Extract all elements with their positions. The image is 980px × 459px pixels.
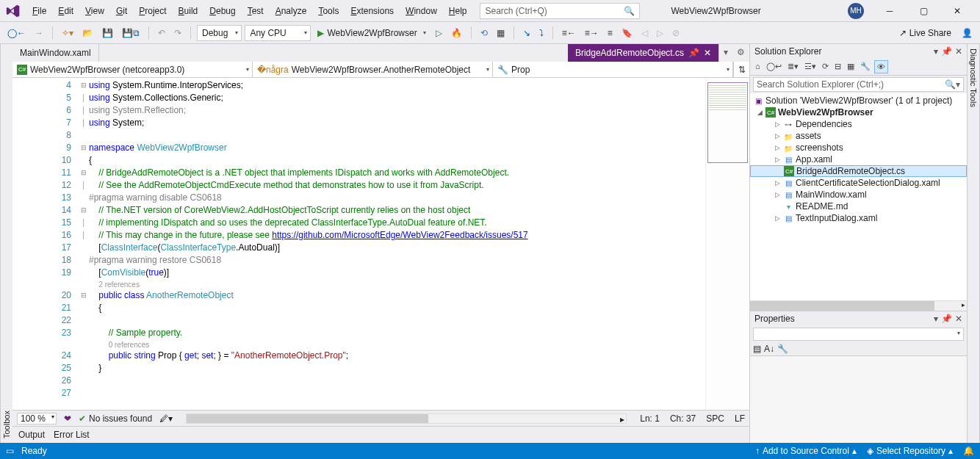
panel-close-icon[interactable]: ✕ [955, 46, 962, 57]
minimize-button[interactable]: ─ [873, 1, 907, 21]
tree-item[interactable]: ▷▤App.xaml [750, 153, 967, 165]
home-button[interactable]: ⌂ [753, 60, 763, 73]
menu-extensions[interactable]: Extensions [345, 3, 400, 19]
step-into-button[interactable]: ↘ [520, 26, 533, 40]
switch-views-button[interactable]: ≣▾ [785, 60, 801, 73]
alphabetical-button[interactable]: A↓ [764, 344, 774, 354]
show-all-button[interactable]: ▦ [845, 60, 857, 73]
nav-member-combo[interactable]: 🔧Prop [493, 62, 733, 77]
properties-grid[interactable] [750, 356, 967, 443]
source-control-button[interactable]: ↑ Add to Source Control ▴ [755, 446, 857, 456]
clear-bookmarks-button[interactable]: ⊘ [669, 26, 682, 40]
panel-close-icon[interactable]: ✕ [955, 314, 962, 324]
tree-item[interactable]: ▷▤ClientCertificateSelectionDialog.xaml [750, 177, 967, 189]
doc-tab-bridge[interactable]: BridgeAddRemoteObject.cs 📌 ✕ [568, 44, 719, 62]
new-item-button[interactable]: ✧▾ [59, 26, 76, 40]
code-editor[interactable]: 4567891011121314151617181920212223242526… [12, 78, 749, 410]
expand-icon[interactable]: ▷ [774, 156, 781, 163]
panel-pin-icon[interactable]: 📌 [941, 314, 952, 324]
expand-icon[interactable]: ◢ [756, 109, 763, 116]
toolbox-tab[interactable]: Toolbox [0, 44, 12, 443]
panel-pin-icon[interactable]: 📌 [941, 46, 952, 57]
start-nodbg-button[interactable]: ▷ [433, 26, 445, 40]
tree-item[interactable]: C#BridgeAddRemoteObject.cs [750, 165, 967, 177]
outdent-button[interactable]: ≡← [559, 26, 579, 40]
health-icon[interactable]: ❤ [64, 413, 71, 424]
output-tab[interactable]: Output [18, 430, 45, 440]
menu-build[interactable]: Build [173, 3, 204, 19]
expand-icon[interactable]: ▷ [774, 191, 781, 198]
split-editor-button[interactable]: ⇅ [733, 62, 749, 77]
tree-item[interactable]: ▾README.md [750, 200, 967, 212]
window-icon[interactable]: ▭ [6, 446, 14, 456]
pending-changes-filter[interactable]: ☲▾ [802, 60, 818, 73]
menu-tools[interactable]: Tools [312, 3, 345, 19]
editor-hscroll[interactable]: ◂▸ [186, 413, 627, 424]
solution-explorer-search[interactable]: Search Solution Explorer (Ctrl+;) 🔍▾ [753, 77, 964, 92]
prev-bookmark-button[interactable]: ◁ [638, 26, 651, 40]
zoom-combo[interactable]: 100 % [17, 413, 57, 424]
properties-object-combo[interactable] [753, 328, 964, 341]
platform-combo[interactable]: Any CPU [245, 25, 311, 41]
error-list-tab[interactable]: Error List [54, 430, 90, 440]
menu-edit[interactable]: Edit [52, 3, 79, 19]
expand-icon[interactable]: ▷ [774, 120, 781, 128]
browser-link-button[interactable]: ⟲ [478, 26, 491, 40]
expand-icon[interactable]: ▷ [774, 179, 781, 187]
tree-item[interactable]: ▷⊶Dependencies [750, 118, 967, 130]
tree-item[interactable]: ▷📁assets [750, 130, 967, 142]
undo-button[interactable]: ↶ [155, 26, 168, 40]
nav-project-combo[interactable]: C#WebView2WpfBrowser (netcoreapp3.0) [12, 62, 253, 77]
tree-hscroll[interactable]: ◂▸ [750, 300, 967, 311]
code-area[interactable]: using System.Runtime.InteropServices;usi… [89, 78, 705, 410]
indent-button[interactable]: ≡→ [582, 26, 602, 40]
indent-mode[interactable]: SPC [706, 413, 724, 424]
open-button[interactable]: 📂 [79, 26, 96, 40]
nav-type-combo[interactable]: �någraWebView2WpfBrowser.AnotherRemoteOb… [253, 62, 493, 77]
tree-item[interactable]: ▷▤TextInputDialog.xaml [750, 212, 967, 224]
pin-icon[interactable]: 📌 [688, 48, 699, 58]
comment-button[interactable]: ≡ [605, 26, 616, 40]
step-over-button[interactable]: ⤵ [536, 26, 547, 40]
next-bookmark-button[interactable]: ▷ [654, 26, 666, 40]
menu-debug[interactable]: Debug [203, 3, 241, 19]
select-repo-button[interactable]: ◈ Select Repository ▴ [867, 446, 953, 456]
eol-mode[interactable]: LF [735, 413, 745, 424]
feedback-button[interactable]: 👤 [959, 26, 976, 40]
maximize-button[interactable]: ▢ [907, 1, 940, 21]
categorized-button[interactable]: ▤ [753, 344, 761, 354]
panel-dropdown-icon[interactable]: ▾ [934, 314, 938, 324]
notifications-icon[interactable]: 🔔 [963, 446, 974, 456]
search-box[interactable]: Search (Ctrl+Q) 🔍 [480, 3, 640, 19]
back-button[interactable]: ◯↩ [764, 60, 784, 73]
tree-item[interactable]: ▷📁screenshots [750, 142, 967, 153]
sync-button[interactable]: ⟳ [820, 60, 831, 73]
menu-project[interactable]: Project [133, 3, 172, 19]
diagnostic-tools-tab[interactable]: Diagnostic Tools [967, 44, 980, 443]
solution-node[interactable]: ▣ Solution 'WebView2WpfBrowser' (1 of 1 … [750, 95, 967, 106]
config-combo[interactable]: Debug [197, 25, 242, 41]
close-button[interactable]: ✕ [940, 1, 974, 21]
start-debug-button[interactable]: ▶WebView2WpfBrowser [314, 26, 429, 40]
preview-button[interactable]: 👁 [874, 60, 888, 73]
menu-file[interactable]: File [26, 3, 52, 19]
properties-wrench-icon[interactable]: 🔧 [777, 344, 788, 354]
tree-item[interactable]: ▷▤MainWindow.xaml [750, 189, 967, 200]
expand-icon[interactable]: ▷ [774, 144, 781, 151]
menu-view[interactable]: View [79, 3, 110, 19]
layout-button[interactable]: ▦ [494, 26, 508, 40]
tabs-settings-icon[interactable]: ⚙ [732, 44, 749, 62]
hot-reload-button[interactable]: 🔥 [448, 26, 465, 40]
tabs-dropdown[interactable]: ▾ [719, 44, 732, 62]
avatar[interactable]: MH [848, 3, 864, 19]
nav-back-button[interactable]: ◯← [4, 26, 29, 40]
redo-button[interactable]: ↷ [171, 26, 184, 40]
doc-tab-mainwindow[interactable]: MainWindow.xaml [12, 44, 99, 62]
fold-gutter[interactable]: ⊟│││⊟⊟│⊟││⊟ [79, 78, 89, 410]
close-tab-icon[interactable]: ✕ [704, 48, 711, 58]
project-node[interactable]: ◢ C# WebView2WpfBrowser [750, 106, 967, 118]
menu-analyze[interactable]: Analyze [270, 3, 313, 19]
collapse-all-button[interactable]: ⊟ [832, 60, 843, 73]
save-button[interactable]: 💾 [99, 26, 116, 40]
menu-test[interactable]: Test [242, 3, 270, 19]
